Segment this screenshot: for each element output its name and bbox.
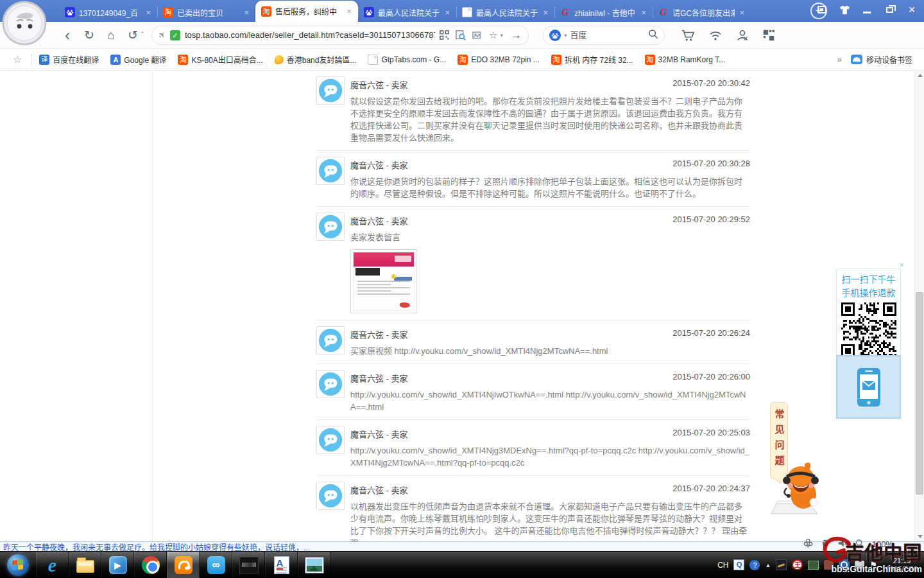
bookmarks-overflow-chevrons[interactable]: »	[837, 55, 842, 64]
tab-aftersale-dispute-active[interactable]: 淘 售后服务，纠纷中 ×	[255, 1, 358, 22]
guitarchina-favicon-icon: G	[560, 7, 570, 17]
taskbar-chrome[interactable]	[134, 552, 167, 578]
seal-tray-icon[interactable]: 王	[792, 559, 803, 570]
go-arrow-icon[interactable]: →	[511, 29, 522, 42]
bookmark-star-icon[interactable]: ☆	[13, 53, 22, 66]
tab-close-icon[interactable]: ×	[542, 8, 549, 17]
wifi-share-icon[interactable]	[708, 30, 723, 41]
media-player-icon: ▶	[109, 556, 127, 574]
taobao-favicon-icon: 淘	[178, 55, 188, 65]
tab-label: 请GC各位朋友出来	[672, 7, 735, 18]
status-marquee-link[interactable]: 昨天一个平静夜晚，我闲来无事去做足疗。给我捏脚的小姑娘穿得有些妖艳，说话轻佻，.…	[0, 541, 310, 552]
ime-icon[interactable]: Q	[733, 559, 744, 570]
qr-code-icon[interactable]	[440, 30, 449, 40]
browser-skin-avatar[interactable]	[2, 1, 47, 46]
customer-service-mascot[interactable]	[767, 455, 826, 515]
apps-grid-icon[interactable]	[762, 29, 775, 42]
restore-button[interactable]	[884, 4, 895, 15]
ime-help-icon[interactable]: ?	[749, 560, 760, 570]
bookmark-hk-band-forum[interactable]: 香港band友討論區...	[275, 54, 357, 65]
taskbar-baidu-cloud[interactable]: ∞	[200, 552, 232, 578]
taskbar-uc-browser-active[interactable]	[167, 552, 200, 578]
flower-plugin-icon[interactable]	[803, 538, 813, 550]
promo-close-icon[interactable]: ×	[899, 260, 904, 270]
find-in-page-icon[interactable]	[456, 30, 466, 40]
bookmark-taobao-korg[interactable]: 淘 32MB RamKorg T...	[645, 55, 725, 65]
minimize-button[interactable]	[861, 4, 873, 15]
driver-tray-icon[interactable]	[824, 560, 834, 570]
search-input[interactable]	[570, 30, 645, 40]
scrollbar-thumb[interactable]	[916, 292, 923, 495]
tab-close-icon[interactable]: ×	[243, 8, 250, 17]
graphics-tray-icon[interactable]	[808, 561, 819, 570]
left-column-divider	[152, 71, 153, 541]
address-bar[interactable]: ✈ ✓ tosp.taobao.com/leader/seller_detail…	[151, 26, 529, 45]
bookmark-taobao-ks80a[interactable]: 淘 KS-80A出口高档合...	[178, 54, 262, 65]
tab-court-doc-1[interactable]: 最高人民法院关于 ×	[358, 3, 456, 22]
speaker-icon[interactable]	[837, 539, 848, 550]
language-indicator[interactable]: CH	[717, 561, 728, 570]
taobao-favicon-icon: 淘	[551, 55, 561, 65]
tab-close-icon[interactable]: ×	[346, 6, 352, 16]
engine-caret-icon[interactable]: ▾	[564, 32, 567, 39]
message-text: 你说这是你退货时的包装前的样子？这照片顺序排除你把单子包装上面这张。相信这也可以…	[350, 175, 750, 200]
favorite-caret-icon[interactable]: ▾	[500, 32, 503, 39]
tab-guitarchina-thread[interactable]: G 请GC各位朋友出来 ×	[653, 3, 751, 22]
taskbar-photo-viewer[interactable]	[298, 552, 330, 578]
message-timestamp: 2015-07-20 20:24:37	[672, 484, 750, 496]
attachment-thumbnail[interactable]	[350, 249, 417, 313]
search-magnifier-icon[interactable]	[648, 29, 658, 42]
tab-close-icon[interactable]: ×	[739, 8, 745, 17]
refresh-button[interactable]: ↻	[78, 28, 100, 42]
login-account-icon[interactable]	[736, 29, 749, 42]
scroll-up-arrow[interactable]	[915, 71, 924, 80]
taskbar-clock[interactable]: 21:19 2015/7/20	[882, 557, 921, 574]
scroll-down-arrow[interactable]	[915, 532, 924, 541]
search-box[interactable]: ▾	[543, 26, 665, 45]
action-center-flag-icon[interactable]: ⚑	[869, 560, 877, 570]
baidu-search-engine-icon[interactable]	[549, 30, 561, 41]
mobile-bookmarks-button[interactable]: 移动设备书签	[851, 54, 912, 65]
tab-sold-items[interactable]: 淘 已卖出的宝贝 ×	[157, 3, 255, 22]
taskbar-media-player[interactable]: ▶	[101, 552, 134, 578]
download-tray-icon[interactable]	[821, 539, 830, 550]
back-button[interactable]: ‹	[56, 26, 78, 44]
promo-line-1: 扫一扫下千牛	[837, 273, 900, 286]
bookmark-taobao-edo[interactable]: 淘 EDO 32MB 72pin ...	[458, 55, 540, 65]
mobile-refund-banner[interactable]	[836, 355, 901, 419]
skin-wardrobe-icon[interactable]	[839, 4, 850, 15]
url-text[interactable]: tosp.taobao.com/leader/seller_detail.htm…	[185, 30, 435, 40]
bookmark-baidu-translate[interactable]: 译 百度在线翻译	[39, 54, 99, 65]
show-hidden-icons[interactable]: ▲	[765, 562, 771, 568]
tab-label: 最高人民法院关于	[476, 7, 538, 18]
snapshot-image-icon[interactable]	[472, 30, 483, 40]
taskbar-internet-explorer[interactable]: e	[36, 552, 69, 578]
tab-guitarchina-profile[interactable]: G zhiainilwl - 吉他中 ×	[554, 3, 653, 22]
undo-caret-icon[interactable]: ˇ	[136, 31, 149, 39]
start-button[interactable]	[0, 552, 36, 578]
bookmark-google-translate[interactable]: A Google 翻译	[110, 54, 166, 65]
taskbar-photo-dark[interactable]	[232, 552, 265, 578]
taskbar-word-document[interactable]: A	[265, 552, 298, 578]
tab-close-icon[interactable]: ×	[145, 8, 151, 17]
tab-baidu-search[interactable]: 13701249049_百 ×	[59, 3, 157, 22]
page-zoom-icon[interactable]	[855, 539, 864, 550]
tab-close-icon[interactable]: ×	[444, 8, 450, 17]
tab-close-icon[interactable]: ×	[640, 8, 647, 17]
close-button[interactable]: ×	[906, 4, 918, 15]
vertical-scrollbar[interactable]	[914, 71, 924, 541]
tuner-tray-icon[interactable]	[776, 559, 787, 570]
multi-window-icon[interactable]	[816, 4, 828, 15]
safety-shield-icon[interactable]: ✓	[170, 30, 180, 40]
bookmark-gtptabs[interactable]: GtpTabs.com - G...	[368, 55, 446, 65]
zoom-percentage[interactable]: 100%	[872, 539, 893, 549]
taskbar-file-explorer[interactable]	[69, 552, 101, 578]
shopping-cart-icon[interactable]	[681, 29, 695, 42]
favorite-star-icon[interactable]: ☆	[489, 30, 497, 41]
bookmark-taobao-ram[interactable]: 淘 拆机 内存 72线 32...	[551, 54, 633, 65]
security-key-icon[interactable]	[839, 559, 850, 570]
usb-safely-remove-icon[interactable]	[855, 561, 864, 569]
home-button[interactable]: ⌂	[100, 28, 122, 42]
message-author: 魔音六弦 - 卖家	[350, 159, 408, 171]
tab-court-doc-2[interactable]: 最高人民法院关于 ×	[456, 3, 554, 22]
